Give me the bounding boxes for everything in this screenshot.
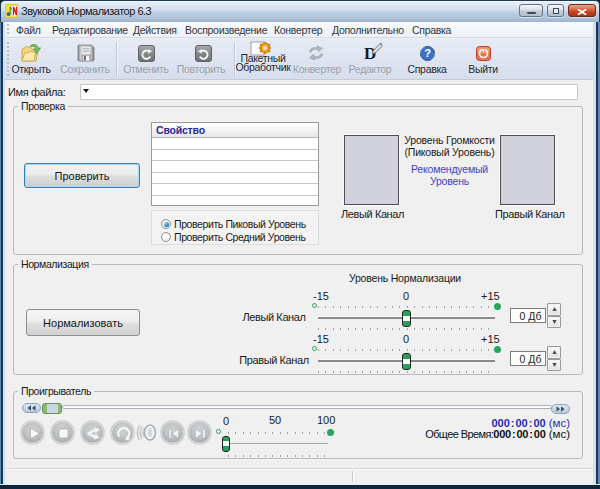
svg-text:?: ? [424,47,431,59]
